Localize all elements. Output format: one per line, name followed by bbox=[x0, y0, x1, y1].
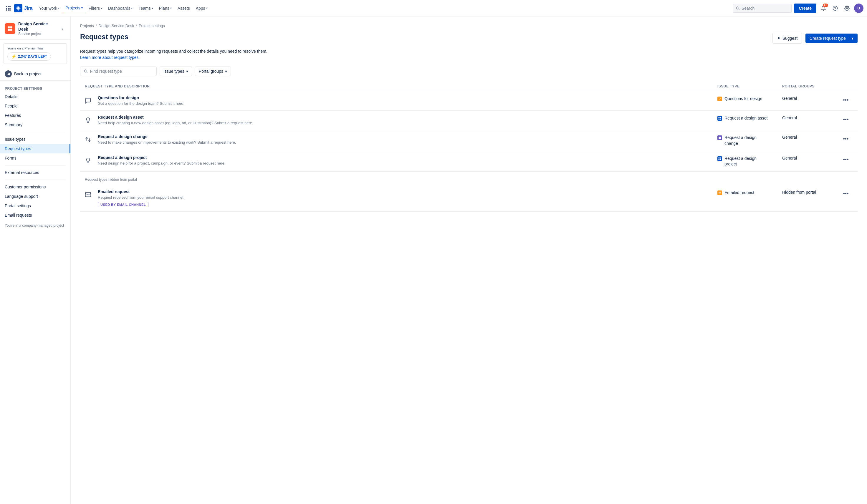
issue-type-icon bbox=[717, 156, 722, 161]
portal-group: General bbox=[782, 155, 841, 160]
svg-line-18 bbox=[87, 72, 87, 73]
back-icon: ◀ bbox=[5, 71, 12, 77]
svg-rect-2 bbox=[9, 6, 11, 7]
issue-types-filter-button[interactable]: Issue types ▾ bbox=[160, 66, 192, 76]
svg-rect-14 bbox=[10, 26, 12, 29]
more-actions-button[interactable]: ••• bbox=[841, 115, 850, 124]
breadcrumb-project-settings[interactable]: Project settings bbox=[139, 23, 165, 28]
sidebar-item-request-types[interactable]: Request types bbox=[0, 144, 71, 153]
find-request-type-input[interactable] bbox=[90, 69, 153, 74]
nav-right: Create 9+ U bbox=[733, 3, 864, 13]
svg-rect-6 bbox=[6, 9, 7, 11]
request-type-cell: Request a design change Need to make cha… bbox=[85, 134, 717, 145]
settings-button[interactable] bbox=[842, 3, 852, 13]
search-box[interactable] bbox=[733, 4, 792, 13]
table-row: Request a design change Need to make cha… bbox=[80, 130, 858, 151]
svg-rect-25 bbox=[720, 157, 721, 158]
trial-days-button[interactable]: ⚡ 2,347 DAYS LEFT bbox=[7, 52, 51, 61]
help-button[interactable] bbox=[831, 3, 840, 13]
more-actions-button[interactable]: ••• bbox=[841, 189, 850, 199]
nav-apps[interactable]: Apps ▾ bbox=[193, 3, 211, 13]
svg-rect-27 bbox=[720, 159, 721, 160]
issue-type-cell: ? Questions for design bbox=[717, 95, 782, 102]
request-info: Questions for design Got a question for … bbox=[98, 95, 717, 106]
request-name[interactable]: Request a design project bbox=[98, 155, 717, 160]
svg-rect-7 bbox=[8, 9, 9, 11]
svg-rect-20 bbox=[720, 117, 721, 118]
request-name[interactable]: Request a design change bbox=[98, 134, 717, 139]
sidebar-item-details[interactable]: Details bbox=[0, 92, 71, 101]
more-actions-button[interactable]: ••• bbox=[841, 155, 850, 164]
lightbulb-icon-2 bbox=[85, 156, 94, 165]
svg-rect-21 bbox=[719, 119, 720, 120]
user-avatar[interactable]: U bbox=[854, 3, 864, 13]
sidebar-item-portal-settings[interactable]: Portal settings bbox=[0, 201, 71, 211]
request-name[interactable]: Request a design asset bbox=[98, 115, 717, 119]
suggest-button[interactable]: ✦ Suggest bbox=[772, 33, 802, 44]
nav-plans[interactable]: Plans ▾ bbox=[156, 3, 175, 13]
nav-assets[interactable]: Assets bbox=[175, 3, 193, 13]
svg-point-9 bbox=[737, 7, 739, 9]
portal-groups-filter-chevron: ▾ bbox=[225, 69, 227, 74]
portal-groups-filter-button[interactable]: Portal groups ▾ bbox=[195, 66, 231, 76]
find-input-container[interactable] bbox=[80, 66, 157, 76]
request-info: Request a design asset Need help creatin… bbox=[98, 115, 717, 126]
search-input[interactable] bbox=[741, 6, 788, 11]
col-header-actions bbox=[841, 84, 853, 88]
request-description: Need help creating a new design asset (e… bbox=[98, 120, 717, 126]
portal-group: Hidden from portal bbox=[782, 189, 841, 195]
sidebar-item-external-resources[interactable]: External resources bbox=[0, 168, 71, 177]
breadcrumb-design-service-desk[interactable]: Design Service Desk bbox=[99, 23, 134, 28]
request-name[interactable]: Questions for design bbox=[98, 95, 717, 100]
sidebar-item-features[interactable]: Features bbox=[0, 111, 71, 120]
jira-logo[interactable]: Jira bbox=[14, 4, 32, 12]
nav-projects[interactable]: Projects ▾ bbox=[62, 3, 86, 13]
create-request-type-button[interactable]: Create request type ▾ bbox=[805, 34, 858, 43]
create-request-label: Create request type bbox=[810, 36, 846, 41]
nav-items: Your work ▾ Projects ▾ Filters ▾ Dashboa… bbox=[36, 3, 210, 13]
svg-rect-16 bbox=[10, 29, 12, 31]
col-header-issue-type: Issue type bbox=[717, 84, 782, 88]
portal-group: General bbox=[782, 95, 841, 101]
email-channel-tag: USED BY EMAIL CHANNEL bbox=[98, 202, 148, 207]
suggest-icon: ✦ bbox=[777, 35, 781, 41]
more-actions-button[interactable]: ••• bbox=[841, 134, 850, 144]
issue-type-icon: ✉ bbox=[717, 191, 722, 195]
breadcrumb-projects[interactable]: Projects bbox=[80, 23, 94, 28]
trial-banner: You're on a Premium trial ⚡ 2,347 DAYS L… bbox=[3, 43, 67, 64]
notifications-button[interactable]: 9+ bbox=[819, 3, 828, 13]
find-search-icon bbox=[84, 69, 88, 73]
create-button[interactable]: Create bbox=[794, 3, 816, 13]
sidebar-item-language-support[interactable]: Language support bbox=[0, 192, 71, 201]
sidebar-item-people[interactable]: People bbox=[0, 101, 71, 111]
svg-rect-0 bbox=[6, 6, 7, 7]
breadcrumb-sep-1: / bbox=[96, 23, 97, 28]
request-info: Request a design change Need to make cha… bbox=[98, 134, 717, 145]
back-to-project-button[interactable]: ◀ Back to project bbox=[0, 67, 71, 81]
issue-type-cell: Request a designproject bbox=[717, 155, 782, 167]
request-name[interactable]: Emailed request bbox=[98, 189, 717, 194]
nav-your-work[interactable]: Your work ▾ bbox=[36, 3, 62, 13]
sidebar-item-email-requests[interactable]: Email requests bbox=[0, 211, 71, 220]
sidebar-item-forms[interactable]: Forms bbox=[0, 153, 71, 163]
learn-more-link[interactable]: Learn more about request types. bbox=[80, 55, 140, 60]
sidebar-item-customer-permissions[interactable]: Customer permissions bbox=[0, 182, 71, 192]
sidebar-collapse-button[interactable]: ‹ bbox=[58, 25, 66, 32]
svg-rect-26 bbox=[719, 159, 720, 160]
sidebar-item-summary[interactable]: Summary bbox=[0, 120, 71, 130]
issue-type-cell: ✉ Emailed request bbox=[717, 189, 782, 196]
issue-type-name: Emailed request bbox=[725, 190, 754, 196]
sidebar-item-issue-types[interactable]: Issue types bbox=[0, 135, 71, 144]
more-actions-button[interactable]: ••• bbox=[841, 95, 850, 105]
grid-menu-icon[interactable] bbox=[3, 3, 13, 13]
project-icon bbox=[5, 23, 15, 34]
issue-type-icon bbox=[717, 116, 722, 121]
nav-filters[interactable]: Filters ▾ bbox=[86, 3, 105, 13]
table-row: Emailed request Request received from yo… bbox=[80, 185, 858, 212]
svg-rect-1 bbox=[8, 6, 9, 7]
project-type: Service project bbox=[18, 32, 56, 36]
nav-dashboards[interactable]: Dashboards ▾ bbox=[105, 3, 136, 13]
search-icon bbox=[736, 6, 740, 10]
nav-teams[interactable]: Teams ▾ bbox=[136, 3, 156, 13]
svg-rect-13 bbox=[8, 26, 10, 29]
